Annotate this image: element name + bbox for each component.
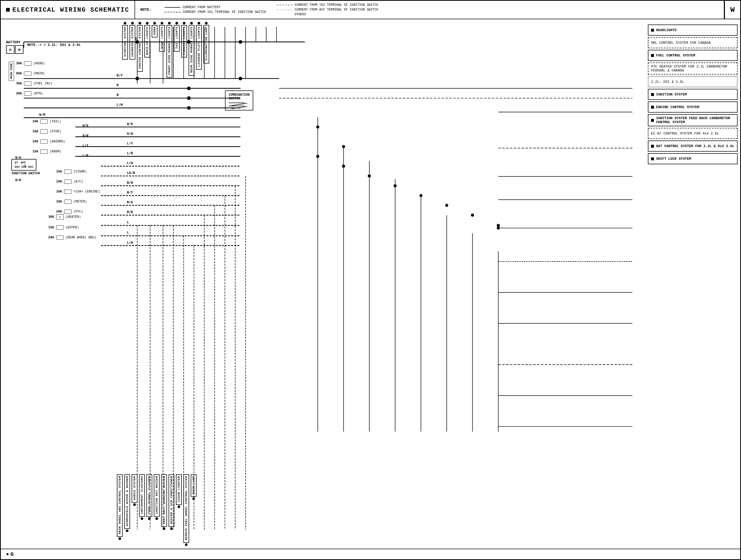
conn-box-parking: PARKING LIGHTS: [181, 25, 187, 58]
conn-label-audio: AUDIO SYSTEM: [133, 476, 136, 500]
svg-text:B/Y: B/Y: [127, 190, 133, 194]
svg-text:L/Y: L/Y: [127, 142, 133, 146]
conn-turn-signal: TURN SIGNAL FLASHER: [146, 474, 152, 546]
conn-label-cruise: CRUISE CONTROL SYSTEM: [138, 27, 141, 69]
conn-label-ign-buzzer: IGNITION KEY BUZZER: [155, 476, 158, 514]
svg-point-92: [471, 214, 474, 217]
system-ptc-heater: PTC HEATER SYSTEM FOR 2.2L CARBURETOR FE…: [648, 63, 738, 75]
bottom-connector-area: REAR WHEEL ABS CONTROL SYSTEM WINDSHIELD…: [117, 474, 197, 546]
battery-label: BATTERY: [6, 41, 23, 44]
fuse-label-fuelinj: (FUEL INJ): [33, 82, 53, 85]
sq-engine-control: [651, 106, 654, 109]
svg-text:R/G: R/G: [127, 201, 133, 204]
sfuse-label-engine: <15A> (ENGINE): [74, 190, 100, 193]
note-text-4: CURRENT FROM ACC TERMINAL OF IGNITION SW…: [295, 8, 378, 12]
conn-dot-cigar: [178, 505, 180, 508]
note-text-1: CURRENT FROM BATTERY: [183, 6, 220, 9]
page-title: ELECTRICAL WIRING SCHEMATIC: [12, 6, 129, 13]
note-column-2: CURRENT FROM IG2 TERMINAL OF IGNITION SW…: [277, 3, 378, 16]
conn-box-stoplights: STOP LIGHTS: [159, 25, 165, 52]
conn-dot-stoplights: [161, 22, 163, 24]
combo-switch-label: COMBINATION: [229, 93, 250, 97]
svg-text:L/W: L/W: [117, 103, 123, 107]
conn-dot-seatbelt: [163, 527, 165, 530]
conn-dot-room-lamp: [192, 497, 195, 500]
conn-label-horn: HORN: [153, 27, 156, 34]
sq-shift-lock: [651, 157, 654, 160]
sfuse-meter: 10A (METER): [56, 199, 100, 204]
conn-audio: AUDIO SYSTEM: [132, 474, 137, 546]
sfuse-sym-engine: [64, 189, 71, 194]
conn-box-starting: STARTING SYSTEM: [122, 25, 128, 60]
sfuse-label-rwa: (REAR WHEEL ABS): [66, 236, 96, 239]
sfuse-amp-engine: 10A: [56, 190, 62, 193]
svg-text:L/W: L/W: [127, 241, 133, 245]
ignition-switch-label: IGNITION SWITCH: [11, 172, 40, 175]
svg-point-87: [342, 165, 345, 168]
fuse-sym-head: [24, 62, 31, 66]
header: ELECTRICAL WIRING SCHEMATIC NOTE: CURREN…: [1, 1, 740, 19]
system-hat: HAT CONTROL SYSTEM FOR 2.2L & 4x2 2.6L: [648, 141, 738, 152]
conn-box-cigar: CIGAR LIGHTER: [176, 474, 182, 505]
ign-pos-acc: ACC: [28, 165, 33, 168]
footer-bullet: ●: [6, 552, 9, 557]
svg-point-84: [316, 126, 320, 129]
wire-bw-label: B/W: [15, 156, 21, 160]
label-fuel-control: FUEL CONTROL SYSTEM: [656, 54, 695, 58]
conn-dot-cruise: [138, 22, 141, 24]
conn-dot-rear-marker: [190, 22, 193, 24]
note-line-3: CURRENT FROM IG2 TERMINAL OF IGNITION SW…: [277, 3, 378, 7]
conn-label-windshield: WINDSHIELD WIPER & WASHER: [126, 476, 129, 526]
fuse-row-btn: 30A (BTN): [16, 91, 53, 96]
conn-dot-charging: [131, 22, 134, 24]
svg-text:LG/R: LG/R: [127, 171, 135, 175]
system-drl: DRL CONTROL SYSTEM FOR CANADA: [648, 37, 738, 48]
svg-text:L: L: [127, 231, 129, 235]
conn-rwa-control: REAR WHEEL ABS CONTROL SYSTEM: [117, 474, 123, 546]
conn-dot-parking: [183, 22, 186, 24]
system-ecat: EC-AT CONTROL SYSTEM FOR 4x4 2.6L: [648, 128, 738, 139]
sfuse-label-cigar: (CIGAR): [74, 170, 87, 173]
conn-label-backup: BACK-UP LIGHTS: [146, 27, 149, 55]
conn-box-instrument: INSTRUMENT CLUSTERS: [139, 474, 145, 517]
conn-seatbelt: SEAT BELT WARNING BUZZER: [161, 474, 167, 546]
wire-ly: L/Y: [82, 144, 88, 148]
conn-dot-windshield: [126, 530, 128, 532]
sfuse-sym-cigar: [64, 169, 71, 174]
ign-pos-st: ST: [14, 161, 18, 164]
conn-box-audio: AUDIO SYSTEM: [132, 474, 137, 503]
battery-neg: ⊖: [6, 45, 14, 54]
svg-text:W/R: W/R: [39, 113, 45, 117]
svg-point-88: [368, 174, 371, 178]
sfuse-amp-ptc: 20A: [56, 210, 62, 214]
schematic-page: ELECTRICAL WIRING SCHEMATIC NOTE: CURREN…: [0, 0, 741, 560]
fuse-sym-btn: [24, 91, 31, 96]
conn-label-stoplights: STOP LIGHTS: [160, 27, 163, 49]
sfuse-tail: 10A (TAIL): [32, 119, 65, 124]
footer-label: G: [10, 551, 14, 557]
battery-symbol: BATTERY ⊖ ⊕: [6, 41, 23, 54]
wire-wg: W/G: [82, 124, 88, 128]
sfuse-wiper: 15A (WIPER): [48, 225, 96, 230]
title-bullet: [6, 8, 10, 12]
conn-box-ign-buzzer: IGNITION KEY BUZZER: [154, 474, 159, 517]
conn-front-marker: FRONT SIDE MARKER LIGHTS: [166, 22, 172, 78]
svg-point-86: [342, 145, 345, 148]
label-engine-control: ENGINE CONTROL SYSTEM: [656, 105, 699, 109]
svg-text:L/R: L/R: [127, 151, 133, 155]
conn-dot-remote-fuel: [185, 543, 188, 546]
conn-box-horn: HORN: [152, 25, 157, 37]
sq-ign-feedback: [651, 119, 654, 122]
fuse-row-fuelinj: 30A (FUEL INJ): [16, 81, 53, 86]
sfuse-rwa: 20A (REAR WHEEL ABS): [48, 235, 96, 240]
conn-label-rear-marker: REAR SIDE MARKER LIGHTS: [190, 27, 193, 73]
contact-1: [229, 102, 245, 103]
sq-fuel-control: [651, 54, 654, 57]
sfuse-engine: 10A <15A> (ENGINE): [56, 189, 100, 194]
conn-label-cigar: CIGAR LIGHTER: [177, 476, 181, 502]
conn-box-backup: BACK-UP LIGHTS: [144, 25, 150, 58]
sfuse-label-tail: (TAIL): [50, 120, 61, 124]
contact-4: [231, 106, 247, 109]
label-headlights: HEADLIGHTS: [656, 28, 677, 32]
sfuse-cigar: 15A (CIGAR): [56, 169, 100, 174]
